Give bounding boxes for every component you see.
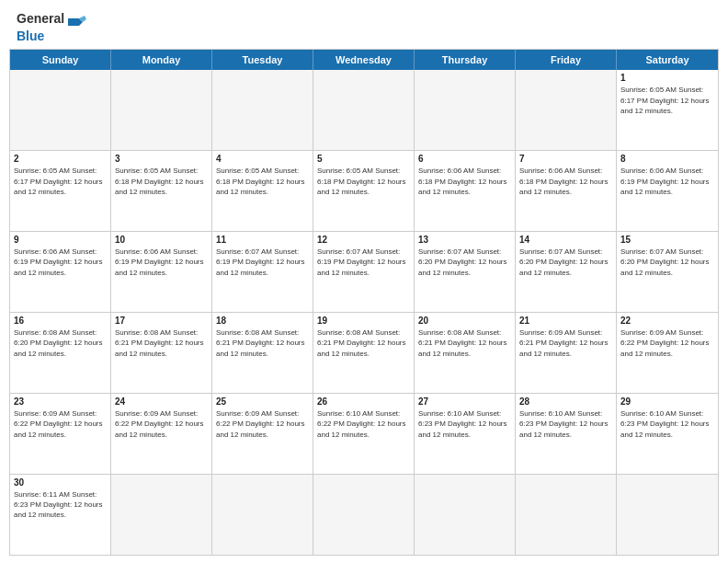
day-number: 15 bbox=[620, 235, 714, 245]
calendar-cell: 8Sunrise: 6:06 AM Sunset: 6:19 PM Daylig… bbox=[617, 151, 718, 231]
calendar-cell: 21Sunrise: 6:09 AM Sunset: 6:21 PM Dayli… bbox=[516, 313, 617, 393]
calendar-row-5: 30Sunrise: 6:11 AM Sunset: 6:23 PM Dayli… bbox=[10, 474, 718, 555]
calendar-row-2: 9Sunrise: 6:06 AM Sunset: 6:19 PM Daylig… bbox=[10, 231, 718, 312]
calendar-cell: 29Sunrise: 6:10 AM Sunset: 6:23 PM Dayli… bbox=[617, 394, 718, 474]
logo-text-general: General bbox=[17, 12, 64, 26]
cell-sun-info: Sunrise: 6:08 AM Sunset: 6:21 PM Dayligh… bbox=[216, 327, 309, 359]
calendar-cell: 13Sunrise: 6:07 AM Sunset: 6:20 PM Dayli… bbox=[415, 232, 516, 312]
calendar-cell bbox=[516, 475, 617, 555]
calendar-header: SundayMondayTuesdayWednesdayThursdayFrid… bbox=[10, 50, 718, 70]
cell-sun-info: Sunrise: 6:05 AM Sunset: 6:18 PM Dayligh… bbox=[115, 166, 208, 197]
day-number: 4 bbox=[216, 154, 309, 164]
calendar-cell: 24Sunrise: 6:09 AM Sunset: 6:22 PM Dayli… bbox=[111, 394, 212, 474]
calendar-cell: 6Sunrise: 6:06 AM Sunset: 6:18 PM Daylig… bbox=[415, 151, 516, 231]
day-number: 9 bbox=[14, 235, 107, 245]
logo-container: General Blue bbox=[17, 9, 86, 43]
calendar-cell: 15Sunrise: 6:07 AM Sunset: 6:20 PM Dayli… bbox=[617, 232, 718, 312]
calendar-cell: 3Sunrise: 6:05 AM Sunset: 6:18 PM Daylig… bbox=[111, 151, 212, 231]
cell-sun-info: Sunrise: 6:10 AM Sunset: 6:23 PM Dayligh… bbox=[519, 408, 612, 440]
cell-sun-info: Sunrise: 6:06 AM Sunset: 6:19 PM Dayligh… bbox=[14, 247, 107, 278]
cell-sun-info: Sunrise: 6:06 AM Sunset: 6:18 PM Dayligh… bbox=[519, 166, 612, 197]
calendar-cell: 22Sunrise: 6:09 AM Sunset: 6:22 PM Dayli… bbox=[617, 313, 718, 393]
logo-flag-icon bbox=[66, 9, 86, 29]
calendar-cell: 4Sunrise: 6:05 AM Sunset: 6:18 PM Daylig… bbox=[212, 151, 313, 231]
day-number: 10 bbox=[115, 235, 208, 245]
cell-sun-info: Sunrise: 6:07 AM Sunset: 6:20 PM Dayligh… bbox=[620, 247, 714, 278]
day-number: 17 bbox=[115, 316, 208, 326]
calendar-row-4: 23Sunrise: 6:09 AM Sunset: 6:22 PM Dayli… bbox=[10, 393, 718, 474]
logo: General Blue bbox=[17, 9, 86, 43]
day-number: 11 bbox=[216, 235, 309, 245]
day-number: 5 bbox=[317, 154, 410, 164]
col-header-sunday: Sunday bbox=[10, 50, 111, 70]
day-number: 18 bbox=[216, 316, 309, 326]
day-number: 2 bbox=[14, 154, 107, 164]
cell-sun-info: Sunrise: 6:10 AM Sunset: 6:23 PM Dayligh… bbox=[418, 408, 511, 440]
day-number: 22 bbox=[620, 316, 714, 326]
cell-sun-info: Sunrise: 6:08 AM Sunset: 6:21 PM Dayligh… bbox=[418, 327, 511, 359]
calendar-cell: 1Sunrise: 6:05 AM Sunset: 6:17 PM Daylig… bbox=[617, 70, 718, 150]
calendar: SundayMondayTuesdayWednesdayThursdayFrid… bbox=[9, 49, 719, 556]
cell-sun-info: Sunrise: 6:08 AM Sunset: 6:21 PM Dayligh… bbox=[115, 327, 208, 359]
cell-sun-info: Sunrise: 6:09 AM Sunset: 6:21 PM Dayligh… bbox=[519, 327, 612, 359]
calendar-cell bbox=[111, 70, 212, 150]
calendar-cell: 19Sunrise: 6:08 AM Sunset: 6:21 PM Dayli… bbox=[313, 313, 415, 393]
cell-sun-info: Sunrise: 6:05 AM Sunset: 6:18 PM Dayligh… bbox=[317, 166, 410, 197]
calendar-cell bbox=[313, 475, 415, 555]
calendar-cell: 25Sunrise: 6:09 AM Sunset: 6:22 PM Dayli… bbox=[212, 394, 313, 474]
cell-sun-info: Sunrise: 6:11 AM Sunset: 6:23 PM Dayligh… bbox=[14, 489, 107, 521]
cell-sun-info: Sunrise: 6:07 AM Sunset: 6:20 PM Dayligh… bbox=[418, 247, 511, 278]
calendar-cell bbox=[313, 70, 415, 150]
day-number: 19 bbox=[317, 316, 410, 326]
cell-sun-info: Sunrise: 6:09 AM Sunset: 6:22 PM Dayligh… bbox=[620, 327, 714, 359]
day-number: 7 bbox=[519, 154, 612, 164]
calendar-cell: 18Sunrise: 6:08 AM Sunset: 6:21 PM Dayli… bbox=[212, 313, 313, 393]
day-number: 25 bbox=[216, 396, 309, 407]
day-number: 23 bbox=[14, 396, 107, 407]
calendar-cell: 30Sunrise: 6:11 AM Sunset: 6:23 PM Dayli… bbox=[10, 475, 111, 555]
calendar-cell bbox=[516, 70, 617, 150]
calendar-cell: 10Sunrise: 6:06 AM Sunset: 6:19 PM Dayli… bbox=[111, 232, 212, 312]
calendar-cell: 5Sunrise: 6:05 AM Sunset: 6:18 PM Daylig… bbox=[313, 151, 415, 231]
calendar-cell: 2Sunrise: 6:05 AM Sunset: 6:17 PM Daylig… bbox=[10, 151, 111, 231]
calendar-cell: 11Sunrise: 6:07 AM Sunset: 6:19 PM Dayli… bbox=[212, 232, 313, 312]
day-number: 3 bbox=[115, 154, 208, 164]
col-header-friday: Friday bbox=[516, 50, 617, 70]
cell-sun-info: Sunrise: 6:06 AM Sunset: 6:18 PM Dayligh… bbox=[418, 166, 511, 197]
day-number: 16 bbox=[14, 316, 107, 326]
day-number: 1 bbox=[620, 73, 714, 83]
cell-sun-info: Sunrise: 6:09 AM Sunset: 6:22 PM Dayligh… bbox=[14, 408, 107, 440]
day-number: 12 bbox=[317, 235, 410, 245]
cell-sun-info: Sunrise: 6:08 AM Sunset: 6:21 PM Dayligh… bbox=[317, 327, 410, 359]
calendar-cell bbox=[212, 475, 313, 555]
cell-sun-info: Sunrise: 6:06 AM Sunset: 6:19 PM Dayligh… bbox=[115, 247, 208, 278]
logo-text-blue: Blue bbox=[17, 29, 86, 43]
day-number: 30 bbox=[14, 477, 107, 488]
day-number: 21 bbox=[519, 316, 612, 326]
day-number: 27 bbox=[418, 396, 511, 407]
day-number: 24 bbox=[115, 396, 208, 407]
cell-sun-info: Sunrise: 6:07 AM Sunset: 6:19 PM Dayligh… bbox=[317, 247, 410, 278]
calendar-cell: 7Sunrise: 6:06 AM Sunset: 6:18 PM Daylig… bbox=[516, 151, 617, 231]
calendar-row-0: 1Sunrise: 6:05 AM Sunset: 6:17 PM Daylig… bbox=[10, 70, 718, 150]
col-header-saturday: Saturday bbox=[617, 50, 718, 70]
header: General Blue bbox=[0, 0, 728, 49]
page: General Blue SundayMondayTuesdayWednesda… bbox=[0, 0, 728, 563]
day-number: 8 bbox=[620, 154, 714, 164]
calendar-cell: 28Sunrise: 6:10 AM Sunset: 6:23 PM Dayli… bbox=[516, 394, 617, 474]
day-number: 28 bbox=[519, 396, 612, 407]
col-header-monday: Monday bbox=[111, 50, 212, 70]
calendar-cell: 23Sunrise: 6:09 AM Sunset: 6:22 PM Dayli… bbox=[10, 394, 111, 474]
calendar-cell: 27Sunrise: 6:10 AM Sunset: 6:23 PM Dayli… bbox=[415, 394, 516, 474]
col-header-wednesday: Wednesday bbox=[313, 50, 415, 70]
cell-sun-info: Sunrise: 6:05 AM Sunset: 6:18 PM Dayligh… bbox=[216, 166, 309, 197]
calendar-body: 1Sunrise: 6:05 AM Sunset: 6:17 PM Daylig… bbox=[10, 70, 718, 555]
day-number: 14 bbox=[519, 235, 612, 245]
day-number: 29 bbox=[620, 396, 714, 407]
cell-sun-info: Sunrise: 6:06 AM Sunset: 6:19 PM Dayligh… bbox=[620, 166, 714, 197]
day-number: 26 bbox=[317, 396, 410, 407]
calendar-cell bbox=[111, 475, 212, 555]
calendar-cell bbox=[415, 475, 516, 555]
cell-sun-info: Sunrise: 6:09 AM Sunset: 6:22 PM Dayligh… bbox=[115, 408, 208, 440]
day-number: 6 bbox=[418, 154, 511, 164]
